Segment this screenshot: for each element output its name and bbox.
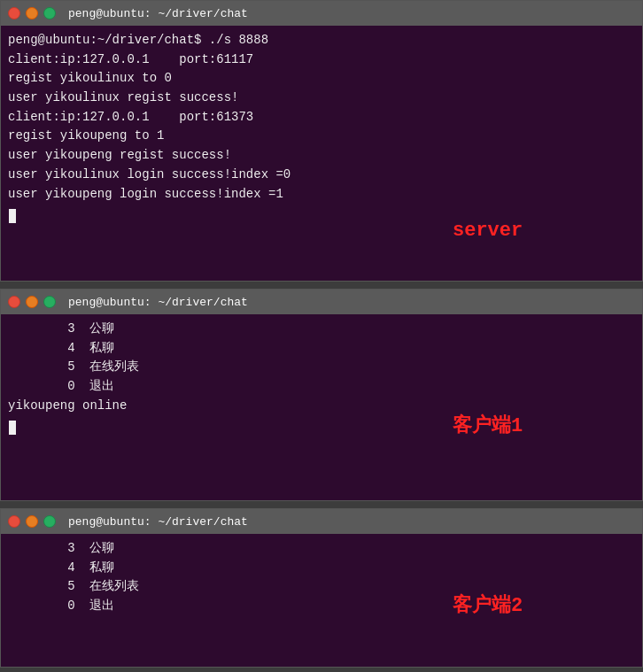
client1-line-3: 5 在线列表 (8, 358, 635, 377)
server-line-4: user yikoulinux regist success! (8, 89, 635, 108)
close-icon-3[interactable] (8, 515, 20, 528)
client1-line-1: 3 公聊 (8, 320, 635, 339)
server-line-3: regist yikoulinux to 0 (8, 69, 635, 89)
client2-label: 客户端2 (453, 591, 523, 622)
titlebar-title-client1: peng@ubuntu: ~/driver/chat (68, 296, 248, 309)
titlebar-title-server: peng@ubuntu: ~/driver/chat (68, 7, 248, 20)
client1-line-5: yikoupeng online (8, 397, 635, 416)
server-line-6: regist yikoupeng to 1 (8, 127, 635, 146)
minimize-icon-2[interactable] (26, 296, 38, 308)
terminal-body-client1: 3 公聊 4 私聊 5 在线列表 0 退出 yikoupeng online 客… (1, 314, 642, 440)
close-icon-2[interactable] (8, 296, 20, 308)
client1-label: 客户端1 (453, 412, 523, 442)
server-line-9: user yikoupeng login success!index =1 (8, 185, 635, 205)
gap-1 (0, 282, 643, 285)
server-label: server (453, 216, 523, 246)
terminal-body-client2: 3 公聊 4 私聊 5 在线列表 0 退出 客户端2 (1, 534, 642, 622)
client2-line-3: 5 在线列表 (8, 577, 635, 597)
maximize-icon[interactable] (43, 7, 56, 19)
server-line-1: peng@ubuntu:~/driver/chat$ ./s 8888 (8, 31, 635, 50)
gap-2 (0, 501, 643, 505)
maximize-icon-2[interactable] (43, 296, 56, 308)
client1-line-4: 0 退出 (8, 377, 635, 397)
terminal-body-server: peng@ubuntu:~/driver/chat$ ./s 8888 clie… (1, 26, 642, 274)
titlebar-server: peng@ubuntu: ~/driver/chat (1, 1, 642, 26)
terminal-window-client1: peng@ubuntu: ~/driver/chat 3 公聊 4 私聊 5 在… (0, 289, 643, 501)
minimize-icon[interactable] (26, 7, 38, 19)
server-line-8: user yikoulinux login success!index =0 (8, 166, 635, 185)
client2-line-4: 0 退出 (8, 597, 635, 616)
client2-line-2: 4 私聊 (8, 559, 635, 578)
client1-line-2: 4 私聊 (8, 339, 635, 359)
client2-line-1: 3 公聊 (8, 539, 635, 559)
titlebar-client1: peng@ubuntu: ~/driver/chat (1, 290, 642, 314)
server-line-7: user yikoupeng regist success! (8, 146, 635, 166)
terminal-window-server: peng@ubuntu: ~/driver/chat peng@ubuntu:~… (0, 0, 643, 282)
minimize-icon-3[interactable] (26, 515, 38, 528)
server-line-5: client:ip:127.0.0.1 port:61373 (8, 108, 635, 127)
terminal-window-client2: peng@ubuntu: ~/driver/chat 3 公聊 4 私聊 5 在… (0, 508, 643, 668)
server-cursor-line (8, 204, 635, 223)
titlebar-title-client2: peng@ubuntu: ~/driver/chat (68, 515, 248, 529)
maximize-icon-3[interactable] (43, 515, 56, 528)
server-line-2: client:ip:127.0.0.1 port:61117 (8, 50, 635, 70)
client1-cursor-line (8, 415, 635, 435)
close-icon[interactable] (8, 7, 20, 19)
titlebar-client2: peng@ubuntu: ~/driver/chat (1, 509, 642, 534)
